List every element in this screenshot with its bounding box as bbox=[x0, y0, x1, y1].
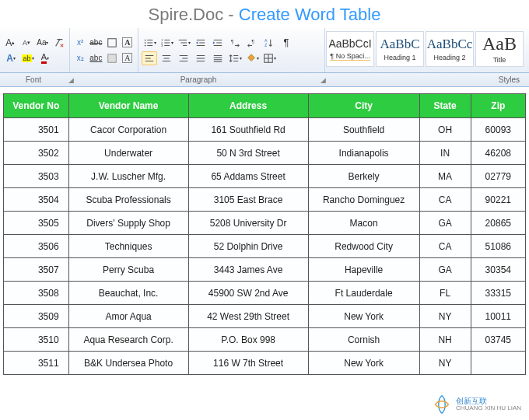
multilevel-list-button[interactable]: ▾ bbox=[176, 36, 191, 50]
table-cell: 3503 bbox=[4, 165, 69, 188]
table-cell: 30354 bbox=[471, 258, 525, 282]
table-cell: 3105 East Brace bbox=[188, 188, 308, 212]
table-cell: New York bbox=[308, 305, 419, 328]
shading-button[interactable]: ▾ bbox=[244, 51, 260, 65]
table-row: 3511B&K Undersea Photo116 W 7th StreetNe… bbox=[4, 352, 526, 375]
style-no-spacing[interactable]: AaBbCcI¶ No Spaci... bbox=[326, 31, 374, 67]
table-cell: NH bbox=[419, 328, 471, 352]
table-cell: B&K Undersea Photo bbox=[68, 352, 188, 375]
table-cell: Southfield bbox=[308, 118, 419, 142]
page-title: Spire.Doc - Create Word Table bbox=[0, 0, 529, 28]
table-cell: 3506 bbox=[4, 235, 69, 258]
svg-rect-1 bbox=[107, 54, 116, 62]
table-cell: Techniques bbox=[68, 235, 188, 258]
table-cell: Macon bbox=[308, 212, 419, 235]
svg-text:¶: ¶ bbox=[251, 38, 254, 44]
bullets-button[interactable]: ▾ bbox=[142, 36, 157, 50]
table-row: 3510Aqua Research Corp.P.O. Box 998Corni… bbox=[4, 328, 526, 352]
font-group-buttons: A▴ A▾ Aa▾ A▾ ab▾ A▾ bbox=[0, 28, 70, 72]
table-cell: 3501 bbox=[4, 118, 69, 142]
style-title[interactable]: AaBTitle bbox=[475, 31, 524, 67]
table-cell: Rancho Dominguez bbox=[308, 188, 419, 212]
shrink-font-button[interactable]: A▾ bbox=[19, 36, 34, 50]
table-cell bbox=[471, 352, 525, 375]
table-cell: Scuba Professionals bbox=[68, 188, 188, 212]
align-left-button[interactable] bbox=[142, 51, 157, 65]
text-effects-button[interactable]: A▾ bbox=[3, 51, 19, 65]
th-vendor-no: Vendor No bbox=[4, 94, 69, 118]
table-cell: 52 Dolphin Drive bbox=[188, 235, 308, 258]
svg-text:Z: Z bbox=[264, 43, 268, 47]
font-group-label: Font bbox=[0, 75, 67, 84]
table-cell: 5208 University Dr bbox=[188, 212, 308, 235]
ltr-direction-button[interactable]: ¶ bbox=[227, 36, 243, 50]
table-cell: 90221 bbox=[471, 188, 525, 212]
th-address: Address bbox=[188, 94, 308, 118]
table-cell: 3510 bbox=[4, 328, 69, 352]
paragraph-dialog-launcher[interactable]: ◢ bbox=[319, 76, 330, 84]
rtl-direction-button[interactable]: ¶ bbox=[244, 36, 260, 50]
styles-gallery[interactable]: AaBbCcI¶ No Spaci... AaBbCHeading 1 AaBb… bbox=[325, 28, 529, 72]
underline-button[interactable]: abc bbox=[89, 51, 103, 65]
table-cell: FL bbox=[419, 282, 471, 305]
table-cell: 50 N 3rd Street bbox=[188, 142, 308, 165]
font-color-button[interactable]: A▾ bbox=[37, 51, 53, 65]
table-cell: Redwood City bbox=[308, 235, 419, 258]
increase-indent-button[interactable] bbox=[210, 36, 226, 50]
strikethrough-button[interactable]: abc bbox=[89, 36, 103, 50]
table-cell: New York bbox=[308, 352, 419, 375]
table-cell: P.O. Box 998 bbox=[188, 328, 308, 352]
highlight-button[interactable]: ab▾ bbox=[20, 51, 36, 65]
table-cell: 51086 bbox=[471, 235, 525, 258]
table-cell: Aqua Research Corp. bbox=[68, 328, 188, 352]
font-dialog-launcher[interactable]: ◢ bbox=[67, 76, 78, 84]
table-row: 3506Techniques52 Dolphin DriveRedwood Ci… bbox=[4, 235, 526, 258]
table-row: 3505Divers' Supply Shop5208 University D… bbox=[4, 212, 526, 235]
border-button[interactable] bbox=[105, 36, 119, 50]
th-city: City bbox=[308, 94, 419, 118]
table-cell: 46208 bbox=[471, 142, 525, 165]
watermark-logo-icon bbox=[431, 394, 453, 415]
table-cell: 03745 bbox=[471, 328, 525, 352]
show-marks-button[interactable]: ¶ bbox=[279, 36, 294, 50]
table-cell: 3508 bbox=[4, 282, 69, 305]
table-cell: Berkely bbox=[308, 165, 419, 188]
table-cell: Beauchat, Inc. bbox=[68, 282, 188, 305]
decrease-indent-button[interactable] bbox=[193, 36, 208, 50]
borders-button[interactable]: ▾ bbox=[261, 51, 277, 65]
ribbon-group-labels: Font◢ Paragraph◢ Styles bbox=[0, 73, 529, 87]
table-cell: Hapeville bbox=[308, 258, 419, 282]
table-row: 3504Scuba Professionals3105 East BraceRa… bbox=[4, 188, 526, 212]
style-heading-2[interactable]: AaBbCcHeading 2 bbox=[426, 31, 474, 67]
char-border-button[interactable]: A bbox=[121, 51, 135, 65]
sort-button[interactable]: AZ bbox=[261, 36, 277, 50]
fill-button[interactable] bbox=[105, 51, 119, 65]
table-cell: 161 Southfield Rd bbox=[188, 118, 308, 142]
align-right-button[interactable] bbox=[176, 51, 191, 65]
table-cell: 10011 bbox=[471, 305, 525, 328]
table-cell: 3443 James Ave bbox=[188, 258, 308, 282]
table-cell: MA bbox=[419, 165, 471, 188]
clear-formatting-button[interactable] bbox=[51, 36, 66, 50]
change-case-button[interactable]: Aa▾ bbox=[36, 36, 51, 50]
justify-button[interactable] bbox=[193, 51, 208, 65]
table-cell: Amor Aqua bbox=[68, 305, 188, 328]
distributed-button[interactable] bbox=[210, 51, 226, 65]
table-cell: Cornish bbox=[308, 328, 419, 352]
line-spacing-button[interactable]: ▾ bbox=[227, 51, 243, 65]
table-cell: GA bbox=[419, 258, 471, 282]
numbering-button[interactable]: 123▾ bbox=[159, 36, 174, 50]
table-cell: J.W. Luscher Mfg. bbox=[68, 165, 188, 188]
table-cell: 3502 bbox=[4, 142, 69, 165]
shading-a-button[interactable]: A bbox=[121, 36, 135, 50]
th-state: State bbox=[419, 94, 471, 118]
table-cell: Divers' Supply Shop bbox=[68, 212, 188, 235]
table-cell: 02779 bbox=[471, 165, 525, 188]
superscript-button[interactable]: x² bbox=[73, 36, 87, 50]
subscript-button[interactable]: x₂ bbox=[73, 51, 87, 65]
grow-font-button[interactable]: A▴ bbox=[3, 36, 18, 50]
style-heading-1[interactable]: AaBbCHeading 1 bbox=[376, 31, 424, 67]
table-cell: OH bbox=[419, 118, 471, 142]
th-vendor-name: Vendor Name bbox=[68, 94, 188, 118]
align-center-button[interactable] bbox=[159, 51, 174, 65]
